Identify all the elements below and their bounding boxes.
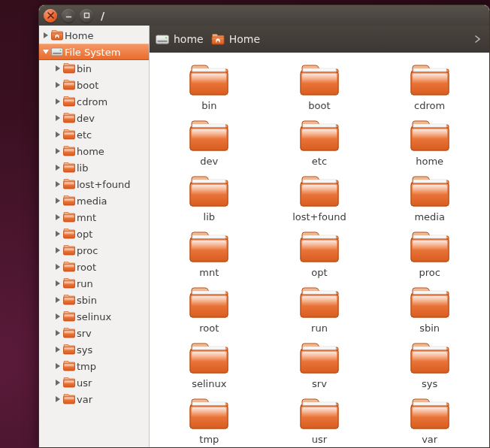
tree-item-tmp[interactable]: tmp: [39, 358, 149, 374]
folder-item[interactable]: dev: [160, 119, 258, 167]
tree-item-var[interactable]: var: [39, 391, 149, 407]
minimize-button[interactable]: [62, 9, 75, 23]
icon-grid: binbootcdromdevetchomeliblost+foundmedia…: [150, 53, 489, 445]
chevron-right-icon[interactable]: [42, 32, 50, 39]
folder-item[interactable]: run: [271, 286, 368, 334]
tree-item-home[interactable]: home: [39, 143, 149, 159]
chevron-right-icon[interactable]: [54, 147, 62, 155]
folder-item[interactable]: opt: [271, 230, 368, 278]
tree-item-dev[interactable]: dev: [39, 110, 149, 126]
maximize-button[interactable]: [80, 9, 93, 23]
folder-icon: [63, 62, 75, 74]
chevron-right-icon[interactable]: [54, 395, 62, 403]
folder-item[interactable]: lost+found: [271, 174, 368, 222]
folder-item[interactable]: tmp: [160, 397, 258, 445]
folder-icon: [410, 119, 450, 154]
chevron-right-icon[interactable]: [54, 65, 62, 72]
chevron-right-icon[interactable]: [471, 33, 483, 45]
chevron-right-icon[interactable]: [54, 213, 62, 221]
folder-icon: [410, 286, 450, 321]
tree-item-selinux[interactable]: selinux: [39, 308, 149, 325]
folder-item[interactable]: cdrom: [381, 63, 479, 111]
chevron-right-icon[interactable]: [54, 346, 62, 353]
chevron-right-icon[interactable]: [54, 247, 62, 254]
chevron-right-icon[interactable]: [54, 114, 62, 122]
chevron-right-icon[interactable]: [54, 81, 62, 89]
tree-item-proc[interactable]: proc: [39, 242, 149, 259]
folder-item[interactable]: root: [160, 286, 258, 334]
folder-item[interactable]: selinux: [160, 341, 258, 389]
close-button[interactable]: [44, 9, 57, 23]
tree-item-usr[interactable]: usr: [39, 374, 149, 391]
chevron-right-icon[interactable]: [54, 313, 62, 320]
tree-item-mnt[interactable]: mnt: [39, 209, 149, 226]
tree-item-file-system[interactable]: File System: [39, 44, 149, 60]
chevron-right-icon[interactable]: [54, 98, 62, 105]
tree-item-cdrom[interactable]: cdrom: [39, 93, 149, 110]
tree-item-label: run: [77, 278, 93, 289]
content-area[interactable]: binbootcdromdevetchomeliblost+foundmedia…: [150, 53, 489, 447]
tree-item-label: proc: [77, 245, 98, 256]
folder-item[interactable]: sys: [381, 341, 479, 389]
chevron-right-icon[interactable]: [54, 197, 62, 204]
drive-icon: [156, 33, 169, 45]
tree-item-root[interactable]: root: [39, 259, 149, 275]
folder-item[interactable]: sbin: [381, 286, 479, 334]
folder-icon: [63, 211, 75, 223]
titlebar[interactable]: /: [39, 5, 489, 26]
chevron-right-icon[interactable]: [54, 280, 62, 287]
folder-label: dev: [200, 156, 218, 167]
tree-item-lib[interactable]: lib: [39, 159, 149, 176]
tree-item-lost-found[interactable]: lost+found: [39, 176, 149, 192]
tree-item-label: media: [77, 195, 107, 207]
chevron-right-icon[interactable]: [54, 362, 62, 370]
chevron-right-icon[interactable]: [54, 230, 62, 238]
folder-label: mnt: [199, 267, 219, 278]
chevron-right-icon[interactable]: [54, 180, 62, 188]
breadcrumb-item[interactable]: home: [156, 33, 204, 45]
folder-item[interactable]: lib: [160, 174, 258, 222]
folder-icon: [63, 377, 75, 389]
drive-icon: [51, 46, 63, 58]
tree-item-sys[interactable]: sys: [39, 341, 149, 358]
folder-icon: [189, 119, 229, 154]
tree-item-bin[interactable]: bin: [39, 60, 149, 77]
folder-icon: [410, 174, 450, 210]
folder-item[interactable]: proc: [381, 230, 479, 278]
chevron-right-icon[interactable]: [54, 263, 62, 271]
tree-item-etc[interactable]: etc: [39, 126, 149, 143]
tree-item-label: sys: [77, 344, 92, 356]
tree-item-boot[interactable]: boot: [39, 77, 149, 93]
folder-item[interactable]: srv: [271, 341, 368, 389]
chevron-right-icon[interactable]: [54, 379, 62, 386]
chevron-right-icon[interactable]: [54, 296, 62, 304]
tree-item-srv[interactable]: srv: [39, 325, 149, 341]
home-folder-icon: [51, 29, 63, 41]
folder-item[interactable]: boot: [271, 63, 368, 111]
chevron-down-icon[interactable]: [42, 48, 50, 56]
tree-item-label: srv: [77, 328, 92, 339]
chevron-right-icon[interactable]: [54, 329, 62, 337]
folder-label: sbin: [419, 322, 440, 334]
home-folder-icon: [211, 33, 225, 45]
breadcrumb-item[interactable]: Home: [211, 33, 260, 45]
folder-item[interactable]: var: [381, 397, 479, 445]
chevron-right-icon[interactable]: [54, 131, 62, 138]
folder-item[interactable]: usr: [271, 397, 368, 445]
folder-item[interactable]: bin: [160, 63, 258, 111]
folder-icon: [189, 230, 229, 265]
tree-item-sbin[interactable]: sbin: [39, 292, 149, 308]
tree-item-label: lib: [77, 162, 88, 174]
folder-label: root: [199, 322, 219, 334]
folder-item[interactable]: home: [381, 119, 479, 167]
folder-item[interactable]: etc: [271, 119, 368, 167]
folder-item[interactable]: media: [381, 174, 479, 222]
tree-item-home[interactable]: Home: [39, 27, 149, 44]
tree-item-run[interactable]: run: [39, 275, 149, 292]
folder-item[interactable]: mnt: [160, 230, 258, 278]
folder-icon: [189, 397, 229, 432]
tree-item-media[interactable]: media: [39, 192, 149, 209]
tree-item-opt[interactable]: opt: [39, 226, 149, 242]
folder-icon: [63, 145, 75, 157]
chevron-right-icon[interactable]: [54, 164, 62, 171]
